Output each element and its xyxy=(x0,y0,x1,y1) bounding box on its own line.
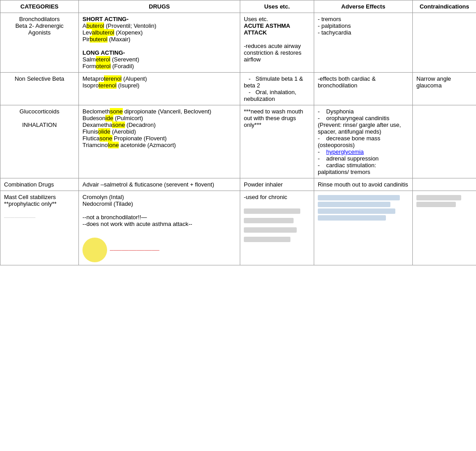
contraindications-combination xyxy=(413,178,476,191)
drugs-mastcell: Cromolyn (Intal) Nedocromil (Tilade) --n… xyxy=(79,191,240,265)
header-contraindications: Contraindications xyxy=(413,0,476,13)
contraindications-nonselectivebeta: Narrow angle glaucoma xyxy=(413,73,476,105)
drugs-glucocorticoids: Beclomethsone dipropionate (Vanceril, Be… xyxy=(79,105,240,178)
category-text: Non Selective Beta xyxy=(15,75,65,82)
drugs-nonselectivebeta: Metaproterenol (Alupent) Isoproterenol (… xyxy=(79,73,240,105)
category-bronchodilators: BronchodilatorsBeta 2- AdrenergicAgonist… xyxy=(0,13,79,73)
category-text: Mast Cell stabilizers**prophylactic only… xyxy=(4,194,56,207)
category-combination: Combination Drugs xyxy=(0,178,79,191)
combination-drug-text: Advair –salmetrol & fluticasone (sereven… xyxy=(82,181,214,188)
contraindication-text: Narrow angle glaucoma xyxy=(416,75,451,89)
uses-bronchodilators: Uses etc. ACUTE ASTHMA ATTACK -reduces a… xyxy=(240,13,314,73)
drugs-combination: Advair –salmetrol & fluticasone (sereven… xyxy=(79,178,240,191)
blurred-uses xyxy=(244,207,310,245)
table-row: Combination Drugs Advair –salmetrol & fl… xyxy=(0,178,476,191)
drug-table: CATEGORIES DRUGS Uses etc. Adverse Effec… xyxy=(0,0,476,265)
uses-mastcell: -used for chronic xyxy=(240,191,314,265)
uses-text: Powder inhaler xyxy=(244,181,283,188)
category-text: BronchodilatorsBeta 2- AdrenergicAgonist… xyxy=(15,16,64,36)
drugs-bronchodilators: SHORT ACTING- Abuterol (Proventil; Vento… xyxy=(79,13,240,73)
header-adverse: Adverse Effects xyxy=(314,0,413,13)
blurred-drug-text: ───────────── xyxy=(110,247,160,253)
contraindications-glucocorticoids xyxy=(413,105,476,178)
adverse-combination: Rinse mouth out to avoid candinitis xyxy=(314,178,413,191)
adverse-mastcell xyxy=(314,191,413,265)
category-text: GlucocorticoidsINHALATION xyxy=(20,108,60,128)
uses-combination: Powder inhaler xyxy=(240,178,314,191)
category-mastcell: Mast Cell stabilizers**prophylactic only… xyxy=(0,191,79,265)
blur-highlight-circle xyxy=(82,238,107,262)
category-glucocorticoids: GlucocorticoidsINHALATION xyxy=(0,105,79,178)
header-row: CATEGORIES DRUGS Uses etc. Adverse Effec… xyxy=(0,0,476,13)
adverse-nonselectivebeta: -effects both cardiac & bronchodilation xyxy=(314,73,413,105)
header-uses: Uses etc. xyxy=(240,0,314,13)
hyperglycemia-text: hyperglycemia xyxy=(326,148,364,155)
blurred-contraindications xyxy=(416,195,472,207)
blurred-adverse xyxy=(318,195,409,221)
category-nonselectivebeta: Non Selective Beta xyxy=(0,73,79,105)
adverse-glucocorticoids: - Dysphonia - oropharyngeal candinitis (… xyxy=(314,105,413,178)
table-row: Mast Cell stabilizers**prophylactic only… xyxy=(0,191,476,265)
contraindications-bronchodilators xyxy=(413,13,476,73)
uses-text: -used for chronic xyxy=(244,194,287,200)
main-table-container: CATEGORIES DRUGS Uses etc. Adverse Effec… xyxy=(0,0,476,265)
category-text: Combination Drugs xyxy=(4,181,54,188)
blurred-category: ───────── xyxy=(4,215,35,220)
long-acting-label: LONG ACTING- xyxy=(82,49,125,56)
contraindications-mastcell xyxy=(413,191,476,265)
header-categories: CATEGORIES xyxy=(0,0,79,13)
adverse-text: Rinse mouth out to avoid candinitis xyxy=(318,181,408,188)
table-row: BronchodilatorsBeta 2- AdrenergicAgonist… xyxy=(0,13,476,73)
adverse-bronchodilators: - tremors - palpitations - tachycardia xyxy=(314,13,413,73)
table-row: GlucocorticoidsINHALATION Beclomethsone … xyxy=(0,105,476,178)
uses-glucocorticoids: ***need to wash mouth out with these dru… xyxy=(240,105,314,178)
short-acting-label: SHORT ACTING- xyxy=(82,16,129,22)
uses-nonselectivebeta: - Stimulate beta 1 & beta 2 - Oral, inha… xyxy=(240,73,314,105)
uses-label: Uses etc. xyxy=(244,16,268,22)
header-drugs: DRUGS xyxy=(79,0,240,13)
table-row: Non Selective Beta Metaproterenol (Alupe… xyxy=(0,73,476,105)
